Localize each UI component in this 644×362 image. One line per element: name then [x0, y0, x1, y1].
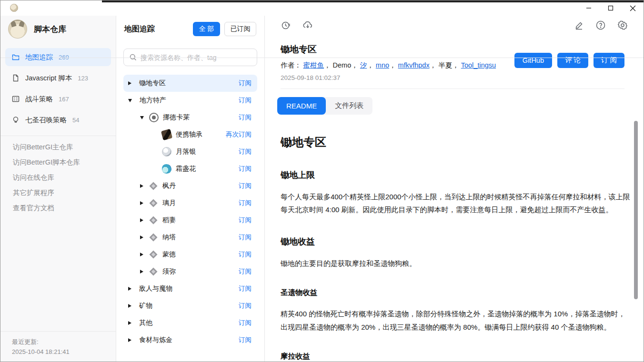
chevron-down-icon[interactable] — [128, 99, 132, 102]
readme-scrollbar-thumb[interactable] — [634, 121, 638, 299]
tab-file-list[interactable]: 文件列表 — [326, 97, 372, 115]
tree-item-fontaine[interactable]: 枫丹 订阅 — [123, 177, 257, 195]
app-title: 脚本仓库 — [34, 24, 66, 35]
filter-subscribed-button[interactable]: 已订阅 — [224, 22, 256, 36]
author-link[interactable]: mno — [376, 61, 389, 69]
chevron-right-icon[interactable] — [140, 235, 143, 239]
edit-button[interactable] — [570, 17, 587, 34]
tree-item-inazuma[interactable]: 稻妻 订阅 — [123, 212, 257, 229]
subscribe-link[interactable]: 订阅 — [239, 113, 252, 122]
chevron-right-icon[interactable] — [128, 338, 131, 342]
readme-paragraph: 精英400 的怪物死亡时有概率掉落圣遗物，除部分特殊怪物之外，圣遗物掉落的概率为… — [281, 307, 632, 333]
nav-label: 地图追踪 — [25, 53, 53, 62]
sidebar-nav: 地图追踪 269 Javascript 脚本 123 战斗策略 167 七圣召唤… — [0, 42, 116, 136]
link-other-extensions[interactable]: 其它扩展程序 — [13, 188, 116, 197]
tree-item-mondstadt[interactable]: 蒙德 订阅 — [123, 246, 257, 263]
tree-item-frost-flower[interactable]: 霜盏花 订阅 — [123, 160, 257, 177]
nav-count: 123 — [78, 75, 88, 82]
subscribe-link[interactable]: 订阅 — [239, 302, 252, 310]
last-updated-timestamp: 2025-10-04 18:21:41 — [12, 347, 116, 357]
tab-readme[interactable]: README — [277, 97, 326, 115]
tree-item-natlan[interactable]: 纳塔 订阅 — [123, 229, 257, 246]
tree-item-minerals[interactable]: 矿物 订阅 — [123, 297, 257, 314]
chevron-right-icon[interactable] — [140, 253, 143, 256]
tree-item-food-alchemy[interactable]: 食材与炼金 订阅 — [123, 332, 257, 349]
author-link[interactable]: mfkvfhpdx — [398, 61, 430, 69]
subscribe-link[interactable]: 订阅 — [239, 199, 252, 207]
sumeru-emblem-icon — [149, 267, 158, 276]
author-link[interactable]: Tool_tingsu — [461, 61, 496, 69]
settings-button[interactable] — [614, 17, 631, 34]
github-button[interactable]: GitHub — [514, 53, 552, 68]
subscribe-link[interactable]: 订阅 — [239, 216, 252, 225]
help-icon — [595, 20, 606, 30]
separator: ， — [324, 61, 331, 69]
tree-item-enemies-monsters[interactable]: 敌人与魔物 订阅 — [123, 280, 257, 297]
tree-label: 霜盏花 — [176, 165, 196, 173]
tree-item-chudi-zone[interactable]: 锄地专区 订阅 — [123, 75, 257, 92]
help-button[interactable] — [592, 17, 609, 34]
update-check-button[interactable] — [277, 17, 294, 34]
subscribe-link[interactable]: 订阅 — [239, 165, 252, 173]
sidebar-item-map-tracking[interactable]: 地图追踪 269 — [5, 48, 111, 66]
file-icon — [12, 74, 20, 82]
subscribe-link[interactable]: 订阅 — [239, 250, 252, 259]
tree-label: 食材与炼金 — [139, 336, 172, 344]
link-online-repo[interactable]: 访问在线仓库 — [13, 173, 116, 182]
link-bettergi-script-repo[interactable]: 访问BetterGI脚本仓库 — [13, 158, 116, 167]
grid-icon — [12, 95, 20, 103]
subscribe-link[interactable]: 订阅 — [239, 79, 252, 88]
tree-label: 矿物 — [139, 302, 152, 310]
link-official-docs[interactable]: 查看官方文档 — [13, 204, 116, 213]
readme-heading-mora: 摩拉收益 — [281, 352, 632, 362]
chevron-right-icon[interactable] — [128, 81, 131, 85]
tree-item-sumeru[interactable]: 须弥 订阅 — [123, 263, 257, 280]
tree-item-other[interactable]: 其他 订阅 — [123, 314, 257, 332]
tree-item-moonfall-silver[interactable]: 月落银 订阅 — [123, 143, 257, 160]
inazuma-emblem-icon — [149, 215, 158, 225]
nodkrai-region-icon — [149, 113, 159, 122]
tree-label: 地方特产 — [140, 96, 166, 105]
subscribe-link[interactable]: 订阅 — [239, 319, 252, 327]
readme-content: 锄地专区 锄地上限 每个人每天最多400个精英怪上限2000个小怪上限，当到达上… — [265, 115, 632, 362]
nav-label: Javascript 脚本 — [25, 74, 72, 83]
subscribe-link[interactable]: 订阅 — [239, 267, 252, 276]
chevron-right-icon[interactable] — [140, 184, 143, 188]
last-updated-label: 最近更新: — [12, 337, 116, 347]
chevron-right-icon[interactable] — [140, 270, 143, 274]
subscribe-button[interactable]: 订阅 — [594, 53, 624, 68]
subscribe-link[interactable]: 订阅 — [239, 336, 252, 344]
comment-button[interactable]: 评论 — [557, 53, 588, 68]
readme-heading-artifact: 圣遗物收益 — [281, 288, 632, 298]
subscribe-link[interactable]: 订阅 — [239, 147, 252, 156]
subscribe-link[interactable]: 订阅 — [239, 284, 252, 293]
tree-item-local-specialties[interactable]: 地方特产 订阅 — [123, 92, 257, 109]
chevron-down-icon[interactable] — [140, 116, 144, 119]
author-link[interactable]: 蜜柑鱼 — [303, 61, 324, 69]
author-link[interactable]: 汐 — [360, 61, 367, 69]
author-name: Demo — [333, 61, 352, 69]
link-bettergi-main-repo[interactable]: 访问BetterGI主仓库 — [13, 143, 116, 152]
subscribe-link[interactable]: 订阅 — [239, 233, 252, 242]
minimize-button[interactable] — [578, 0, 600, 16]
sidebar-item-javascript[interactable]: Javascript 脚本 123 — [5, 69, 111, 87]
maximize-button[interactable] — [600, 0, 622, 16]
filter-all-button[interactable]: 全部 — [193, 22, 220, 36]
subscribe-link[interactable]: 订阅 — [239, 182, 252, 190]
sidebar-item-combat-strategy[interactable]: 战斗策略 167 — [5, 90, 111, 108]
tree-item-liyue[interactable]: 璃月 订阅 — [123, 195, 257, 212]
cloud-download-button[interactable] — [299, 17, 316, 34]
tree-item-portable-bearing[interactable]: 便携轴承 再次订阅 — [123, 126, 257, 143]
subscribe-link[interactable]: 订阅 — [239, 96, 252, 105]
app-icon — [10, 4, 18, 12]
resubscribe-link[interactable]: 再次订阅 — [226, 130, 252, 139]
chevron-right-icon[interactable] — [140, 218, 143, 222]
nav-count: 269 — [59, 54, 69, 61]
close-button[interactable] — [622, 0, 644, 16]
tree-item-nodkrai[interactable]: 挪德卡莱 订阅 — [123, 109, 257, 126]
chevron-right-icon[interactable] — [140, 201, 143, 205]
chevron-right-icon[interactable] — [128, 321, 131, 325]
chevron-right-icon[interactable] — [128, 304, 131, 308]
chevron-right-icon[interactable] — [128, 287, 131, 291]
sidebar-item-tcg-strategy[interactable]: 七圣召唤策略 54 — [5, 111, 111, 129]
